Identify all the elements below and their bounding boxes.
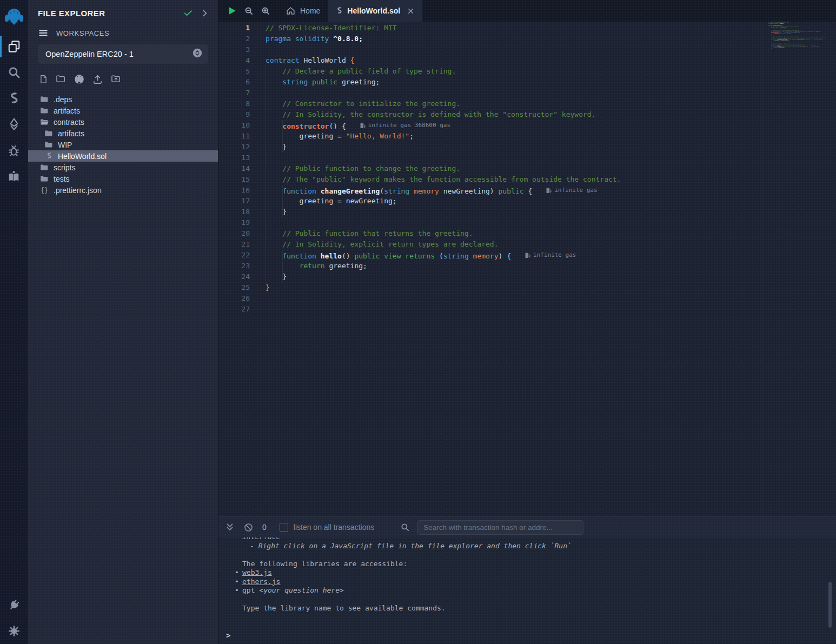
terminal-line: - Right click on a JavaScript file in th…: [235, 542, 836, 551]
tab-helloworld-sol[interactable]: HelloWorld.sol: [328, 0, 422, 22]
listen-transactions-checkbox[interactable]: [280, 523, 288, 532]
new-folder-icon[interactable]: [55, 74, 67, 84]
learn-icon[interactable]: [0, 163, 28, 189]
zoom-out-icon[interactable]: [244, 6, 254, 16]
code-line: 25}: [218, 282, 762, 293]
folder-icon: [40, 95, 49, 103]
terminal-collapse-icon[interactable]: [225, 522, 235, 532]
terminal-prompt[interactable]: >: [226, 631, 230, 640]
tree-item--prettierrc-json[interactable]: {}.prettierrc.json: [28, 184, 218, 196]
tab-home[interactable]: Home: [278, 0, 328, 22]
panel-collapse-chevron-icon[interactable]: [200, 9, 209, 18]
tree-item-label: tests: [54, 175, 70, 183]
folder-icon: [40, 107, 49, 115]
sol-icon: [44, 152, 53, 160]
terminal-link[interactable]: web3.js: [242, 568, 272, 576]
line-number: 5: [218, 66, 250, 77]
listen-transactions-label: listen on all transactions: [294, 523, 374, 532]
line-number: 15: [218, 174, 250, 185]
tree-item-label: HelloWorld.sol: [58, 152, 107, 161]
minimap[interactable]: // SPDX-License-Identifier: MITpragma so…: [762, 22, 836, 516]
terminal-line: The following libraries are accessible:: [235, 560, 836, 569]
remix-ide-window: FILE EXPLORER WORKSPACES OpenZeppelin ER…: [0, 0, 836, 644]
workspace-select[interactable]: OpenZeppelin ERC20 - 1: [38, 44, 208, 64]
folder-icon: [44, 141, 53, 149]
zoom-in-icon[interactable]: [261, 6, 270, 16]
search-icon[interactable]: [0, 59, 28, 85]
tree-item-wip[interactable]: WIP: [28, 139, 218, 150]
line-number: 20: [218, 228, 250, 239]
workspaces-menu-icon[interactable]: [38, 28, 49, 38]
panel-title: FILE EXPLORER: [38, 9, 176, 18]
deploy-and-run-icon[interactable]: [0, 111, 28, 137]
gas-estimate-badge: infinite gas: [546, 185, 597, 196]
new-file-icon[interactable]: [39, 74, 48, 84]
tree-item-tests[interactable]: tests: [28, 173, 218, 184]
terminal-line: •ethers.js: [235, 577, 836, 587]
indent-guide: [266, 66, 266, 282]
remix-logo-icon[interactable]: [0, 0, 28, 34]
code-line: 24 }: [218, 271, 762, 282]
line-number: 13: [218, 152, 250, 163]
editor-area: HomeHelloWorld.sol 1// SPDX-License-Iden…: [218, 0, 836, 644]
line-number: 9: [218, 109, 250, 120]
file-explorer-icon[interactable]: [0, 34, 28, 59]
tree-item--deps[interactable]: .deps: [28, 94, 218, 105]
debugger-icon[interactable]: [0, 137, 28, 163]
terminal-line: •web3.js: [235, 568, 836, 577]
file-explorer-panel: FILE EXPLORER WORKSPACES OpenZeppelin ER…: [28, 0, 218, 644]
workspaces-label: WORKSPACES: [56, 29, 109, 37]
gas-estimate-badge: infinite gas 368600 gas: [360, 120, 450, 131]
home-icon: [286, 6, 296, 16]
close-tab-icon[interactable]: [407, 7, 415, 15]
code-line: 2pragma solidity ^0.8.0;: [218, 34, 762, 44]
gas-estimate-badge: infinite gas: [814, 38, 822, 39]
tree-item-label: WIP: [58, 141, 72, 149]
line-number: 16: [218, 185, 250, 196]
code-editor[interactable]: 1// SPDX-License-Identifier: MIT2pragma …: [218, 22, 836, 516]
transaction-count: 0: [262, 523, 267, 532]
gas-estimate-badge: infinite gas: [525, 250, 576, 261]
line-number: 14: [218, 163, 250, 174]
tree-item-label: artifacts: [54, 107, 80, 115]
code-line: 16 function changeGreeting(string memory…: [218, 185, 762, 196]
terminal-line: interface: [235, 537, 836, 542]
indent-guide: [282, 250, 283, 282]
upload-folder-icon[interactable]: [110, 74, 122, 84]
tree-item-scripts[interactable]: scripts: [28, 162, 218, 173]
tree-item-artifacts[interactable]: artifacts: [28, 128, 218, 139]
line-number: 18: [218, 207, 250, 217]
plugin-manager-icon[interactable]: [0, 592, 28, 618]
github-icon[interactable]: [74, 74, 85, 85]
terminal-scrollbar[interactable]: [828, 582, 832, 628]
run-script-play-icon[interactable]: [227, 6, 237, 16]
upload-file-icon[interactable]: [92, 74, 103, 85]
folder-icon: [40, 163, 49, 171]
code-line: 3: [218, 44, 762, 55]
code-line: 17 greeting = newGreeting;: [218, 196, 762, 207]
line-number: 11: [218, 131, 250, 142]
indent-guide: [282, 120, 283, 152]
terminal-link[interactable]: ethers.js: [242, 577, 280, 586]
line-number: 25: [218, 282, 250, 293]
terminal-search-input[interactable]: [417, 520, 583, 535]
code-line: 4contract HelloWorld {: [218, 55, 762, 66]
tree-item-helloworld-sol[interactable]: HelloWorld.sol: [28, 150, 218, 162]
tab-label: Home: [300, 6, 320, 15]
tree-item-contracts[interactable]: contracts: [28, 116, 218, 128]
indent-guide: [282, 185, 283, 217]
terminal-line: [235, 550, 836, 560]
solidity-compiler-icon[interactable]: [0, 85, 28, 111]
terminal-line: •gpt <your question here>: [235, 586, 836, 595]
file-tree: .depsartifactscontractsartifactsWIPHello…: [28, 94, 218, 196]
line-number: 4: [218, 55, 250, 66]
clear-console-icon[interactable]: [243, 522, 254, 533]
settings-gear-icon[interactable]: [0, 618, 28, 644]
line-number: 10: [218, 120, 250, 131]
code-line: 12 }: [218, 142, 762, 152]
terminal-output: interface - Right click on a JavaScript …: [218, 537, 836, 644]
line-number: 12: [218, 142, 250, 152]
code-line: 1// SPDX-License-Identifier: MIT: [218, 23, 762, 34]
terminal-header: 0 listen on all transactions: [218, 517, 836, 537]
tree-item-artifacts[interactable]: artifacts: [28, 105, 218, 116]
